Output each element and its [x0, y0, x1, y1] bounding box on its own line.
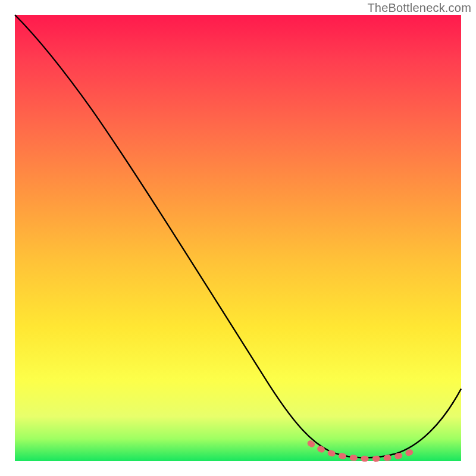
bottleneck-curve	[15, 15, 461, 458]
curve-layer	[15, 15, 461, 461]
plot-area	[14, 14, 462, 462]
bottleneck-chart: TheBottleneck.com	[0, 0, 476, 476]
watermark-text: TheBottleneck.com	[367, 1, 471, 15]
